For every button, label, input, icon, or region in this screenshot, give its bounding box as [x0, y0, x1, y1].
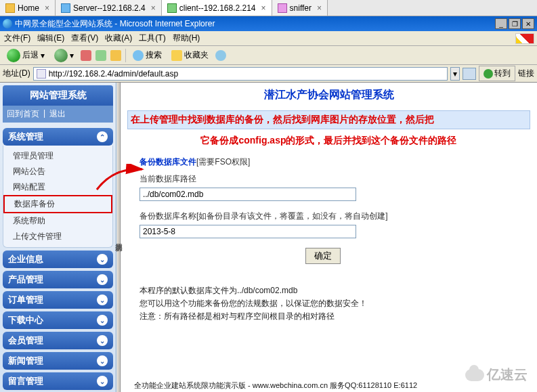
- close-button[interactable]: ✕: [522, 18, 534, 29]
- content-area: 网站管理系统 回到首页 | 退出 系统管理 ⌃ 管理员管理 网站公告 网站配置 …: [0, 83, 537, 392]
- tab-label: client--192.168.2.214: [179, 3, 256, 13]
- go-button[interactable]: 转到: [479, 66, 515, 81]
- chevron-down-icon: ⌄: [97, 355, 108, 366]
- backup-form: 备份数据库文件[需要FSO权限] 当前数据库路径 备份数据库名称[如备份目录有该…: [127, 154, 530, 326]
- home-icon: [5, 3, 15, 13]
- page-title: 潜江水产协会网站管理系统: [127, 88, 530, 102]
- links-label[interactable]: 链接: [518, 68, 534, 79]
- sniffer-icon: [278, 3, 287, 13]
- tab-client[interactable]: client--192.168.2.214 ×: [162, 0, 272, 16]
- watermark: 亿速云: [465, 366, 528, 384]
- sidebar-item-upload-manage[interactable]: 上传文件管理: [3, 229, 112, 244]
- section-header[interactable]: 产品管理⌄: [3, 271, 113, 288]
- sidebar-section-member: 会员管理⌄: [3, 332, 113, 349]
- section-header[interactable]: 会员管理⌄: [3, 332, 113, 349]
- sidebar-section-product: 产品管理⌄: [3, 271, 113, 288]
- menu-favorites[interactable]: 收藏(A): [105, 32, 132, 44]
- section-header[interactable]: 企业信息⌄: [3, 251, 113, 268]
- tab-label: Server--192.168.2.4: [73, 3, 146, 13]
- address-input[interactable]: http://192.168.2.4/admin/default.asp: [33, 67, 448, 81]
- backup-name-input[interactable]: [139, 225, 356, 238]
- sidebar-item-site-notice[interactable]: 网站公告: [3, 164, 112, 179]
- sidebar-section-order: 订单管理⌄: [3, 291, 113, 309]
- submit-button[interactable]: 确定: [305, 248, 341, 264]
- notes: 本程序的默认数据库文件为../db/com02.mdb 您可以用这个功能来备份您…: [139, 284, 518, 324]
- section-header[interactable]: 新闻管理⌄: [3, 352, 113, 370]
- maximize-button[interactable]: ❐: [509, 18, 521, 29]
- dropdown-icon[interactable]: ▾: [450, 67, 460, 81]
- back-button[interactable]: 后退 ▾: [4, 47, 47, 64]
- favorites-button[interactable]: 收藏夹: [169, 48, 211, 62]
- section-body: 管理员管理 网站公告 网站配置 数据库备份 系统帮助 上传文件管理: [3, 146, 113, 248]
- star-icon: [171, 50, 182, 61]
- menu-edit[interactable]: 编辑(E): [37, 32, 64, 44]
- nav-sep: |: [43, 108, 45, 120]
- stop-icon[interactable]: [81, 50, 91, 61]
- address-url: http://192.168.2.4/admin/default.asp: [49, 69, 178, 79]
- address-bar: 地址(D) http://192.168.2.4/admin/default.a…: [0, 65, 537, 83]
- client-icon: [167, 3, 177, 13]
- sidebar-item-admin-manage[interactable]: 管理员管理: [3, 148, 112, 164]
- tab-server[interactable]: Server--192.168.2.4 ×: [56, 0, 162, 16]
- chevron-down-icon: ▾: [41, 51, 45, 60]
- db-path-input[interactable]: [139, 188, 356, 201]
- sidebar-section-system: 系统管理 ⌃ 管理员管理 网站公告 网站配置 数据库备份 系统帮助 上传文件管理: [3, 128, 113, 248]
- home-icon[interactable]: [110, 50, 121, 61]
- chevron-down-icon: ⌄: [97, 295, 108, 305]
- chevron-down-icon: ⌄: [97, 335, 108, 346]
- ie-toolbar: 后退 ▾ ▾ 搜索 收藏夹: [0, 46, 537, 65]
- forward-button[interactable]: ▾: [51, 47, 77, 64]
- search-icon: [133, 50, 144, 61]
- history-icon[interactable]: [463, 68, 476, 80]
- go-label: 转到: [494, 68, 511, 79]
- sidebar-section-company: 企业信息⌄: [3, 251, 113, 268]
- chevron-down-icon: ⌄: [97, 274, 108, 285]
- cloud-icon: [465, 369, 484, 381]
- window-title: 中网景全能型企业网站系统 - Microsoft Internet Explor…: [15, 18, 215, 30]
- separator: [125, 49, 126, 62]
- chevron-down-icon: ⌄: [97, 315, 108, 326]
- menu-file[interactable]: 文件(F): [4, 32, 30, 44]
- menu-view[interactable]: 查看(V): [71, 32, 98, 44]
- media-icon[interactable]: [215, 50, 226, 61]
- tab-label: Home: [18, 3, 39, 13]
- menu-tools[interactable]: 工具(T): [139, 32, 165, 44]
- note-line: 您可以用这个功能来备份您的法规数据，以保证您的数据安全！: [139, 297, 518, 310]
- ie-titlebar: 中网景全能型企业网站系统 - Microsoft Internet Explor…: [0, 16, 537, 31]
- sidebar-section-news: 新闻管理⌄: [3, 352, 113, 370]
- back-label: 后退: [22, 49, 39, 61]
- sidebar-top-nav: 回到首页 | 退出: [3, 106, 113, 123]
- sidebar-item-system-help[interactable]: 系统帮助: [3, 213, 112, 229]
- sidebar-section-download: 下载中心⌄: [3, 311, 113, 329]
- section-header[interactable]: 订单管理⌄: [3, 291, 113, 309]
- forward-icon: [54, 49, 68, 62]
- close-icon[interactable]: ×: [317, 3, 322, 13]
- nav-back-home[interactable]: 回到首页: [7, 108, 39, 120]
- sidebar-title: 网站管理系统: [3, 85, 113, 106]
- search-button[interactable]: 搜索: [130, 48, 165, 62]
- section-header[interactable]: 下载中心⌄: [3, 311, 113, 329]
- chevron-down-icon: ⌄: [97, 254, 108, 265]
- menu-help[interactable]: 帮助(H): [173, 32, 200, 44]
- instruction-text-2: 它备份成config.asp的形式，最后并找到这个备份文件的路径: [127, 135, 530, 147]
- note-line: 本程序的默认数据库文件为../db/com02.mdb: [139, 284, 518, 297]
- section-header-system[interactable]: 系统管理 ⌃: [3, 128, 113, 146]
- minimize-button[interactable]: _: [495, 18, 507, 29]
- sidebar-item-db-backup[interactable]: 数据库备份: [3, 195, 112, 213]
- db-path-label: 当前数据库路径: [139, 173, 518, 185]
- close-icon[interactable]: ×: [151, 3, 156, 13]
- refresh-icon[interactable]: [95, 50, 106, 61]
- close-icon[interactable]: ×: [261, 3, 266, 13]
- tab-home[interactable]: Home ×: [0, 0, 56, 16]
- tab-sniffer[interactable]: sniffer ×: [272, 0, 328, 16]
- instruction-text-1: 在上传管理中找到数据库的备份，然后找到网库图片的存放位置，然后把: [127, 110, 530, 129]
- search-label: 搜索: [146, 49, 162, 61]
- sidebar-section-guestbook: 留言管理⌄: [3, 372, 113, 390]
- go-icon: [484, 69, 493, 79]
- nav-logout[interactable]: 退出: [49, 108, 66, 120]
- sidebar-item-site-config[interactable]: 网站配置: [3, 179, 112, 195]
- section-header[interactable]: 留言管理⌄: [3, 372, 113, 390]
- close-icon[interactable]: ×: [45, 3, 49, 13]
- back-icon: [7, 49, 20, 62]
- watermark-text: 亿速云: [487, 366, 528, 384]
